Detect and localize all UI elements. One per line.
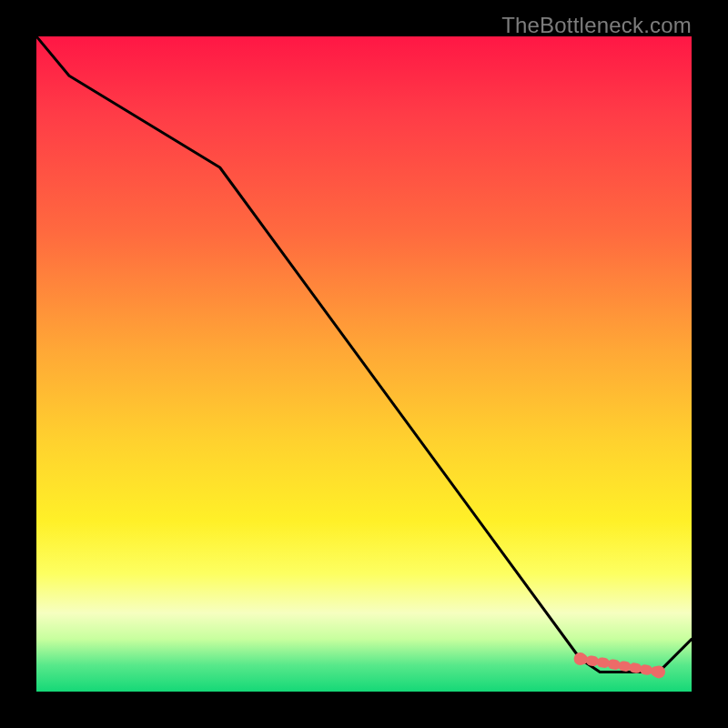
curve-marker-dot xyxy=(652,665,665,678)
curve-marker-dot xyxy=(574,652,587,665)
chart-frame: TheBottleneck.com xyxy=(0,0,728,728)
curve-marker-segment xyxy=(581,659,659,672)
curve-line xyxy=(36,36,692,672)
plot-area xyxy=(36,36,692,692)
watermark-text: TheBottleneck.com xyxy=(501,13,692,38)
bottleneck-curve xyxy=(36,36,692,692)
